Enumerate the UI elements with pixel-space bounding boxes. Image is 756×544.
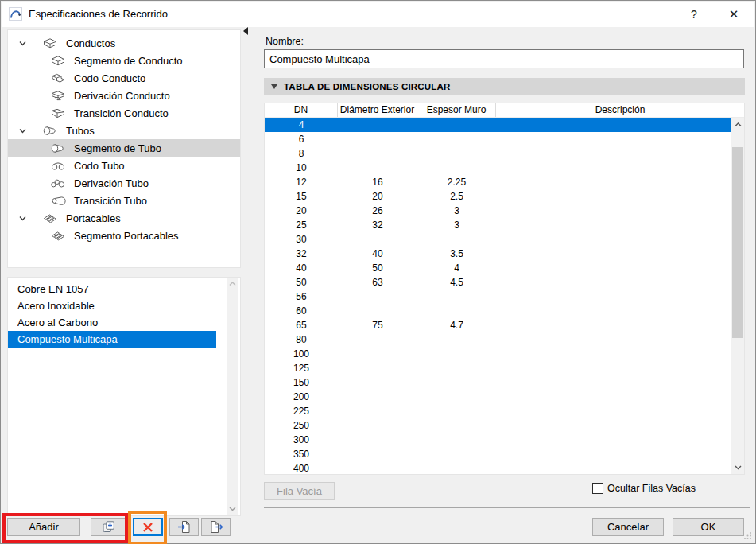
- cell-descripcion[interactable]: [496, 304, 744, 318]
- cell-descripcion[interactable]: [496, 247, 744, 261]
- table-row-dn-225[interactable]: 225: [265, 404, 744, 418]
- tree-item-derivacion-tubo[interactable]: Derivación Tubo: [8, 174, 240, 192]
- scroll-up-icon[interactable]: [227, 278, 238, 290]
- table-row-dn-80[interactable]: 80: [265, 332, 744, 347]
- table-row-dn-40[interactable]: 40504: [265, 261, 744, 275]
- table-row-dn-4[interactable]: 4: [265, 118, 744, 132]
- cell-descripcion[interactable]: [496, 161, 744, 175]
- table-row-dn-125[interactable]: 125: [265, 361, 744, 375]
- cell-espesor-muro[interactable]: [417, 132, 496, 146]
- cell-espesor-muro[interactable]: [417, 304, 496, 318]
- cell-diametro-exterior[interactable]: 20: [338, 189, 417, 204]
- cell-dn[interactable]: 32: [265, 247, 338, 261]
- table-row-dn-60[interactable]: 60: [265, 304, 744, 318]
- cell-diametro-exterior[interactable]: [338, 332, 417, 347]
- cell-espesor-muro[interactable]: [417, 461, 496, 475]
- cell-descripcion[interactable]: [496, 361, 744, 375]
- cell-descripcion[interactable]: [496, 189, 744, 204]
- cell-descripcion[interactable]: [496, 146, 744, 161]
- table-row-dn-150[interactable]: 150: [265, 375, 744, 390]
- tree-item-codo-conducto[interactable]: Codo Conducto: [8, 69, 240, 87]
- cell-dn[interactable]: 4: [265, 118, 338, 132]
- cell-dn[interactable]: 225: [265, 404, 338, 418]
- cell-espesor-muro[interactable]: [417, 390, 496, 404]
- table-row-dn-350[interactable]: 350: [265, 447, 744, 461]
- cell-dn[interactable]: 40: [265, 261, 338, 275]
- cell-espesor-muro[interactable]: [417, 404, 496, 418]
- cell-diametro-exterior[interactable]: [338, 146, 417, 161]
- cell-espesor-muro[interactable]: [417, 161, 496, 175]
- cell-diametro-exterior[interactable]: [338, 132, 417, 146]
- cell-dn[interactable]: 30: [265, 232, 338, 247]
- scroll-down-icon[interactable]: [227, 503, 238, 515]
- cell-dn[interactable]: 15: [265, 189, 338, 204]
- cell-espesor-muro[interactable]: [417, 232, 496, 247]
- cell-descripcion[interactable]: [496, 275, 744, 289]
- cell-descripcion[interactable]: [496, 404, 744, 418]
- table-row-dn-250[interactable]: 250: [265, 418, 744, 433]
- column-header-dn[interactable]: DN: [265, 103, 338, 117]
- cell-espesor-muro[interactable]: [417, 418, 496, 433]
- list-item-acero-al-carbono[interactable]: Acero al Carbono: [8, 314, 216, 331]
- cell-diametro-exterior[interactable]: [338, 161, 417, 175]
- cell-descripcion[interactable]: [496, 318, 744, 332]
- cell-diametro-exterior[interactable]: [338, 418, 417, 433]
- cell-diametro-exterior[interactable]: [338, 232, 417, 247]
- cell-dn[interactable]: 56: [265, 289, 338, 304]
- tree-item-segmento-portacables[interactable]: Segmento Portacables: [8, 227, 240, 244]
- cell-diametro-exterior[interactable]: [338, 361, 417, 375]
- hide-empty-rows-control[interactable]: Ocultar Filas Vacías: [592, 482, 696, 495]
- cell-dn[interactable]: 10: [265, 161, 338, 175]
- list-item-cobre-en-1057[interactable]: Cobre EN 1057: [8, 281, 216, 297]
- cell-dn[interactable]: 400: [265, 461, 338, 475]
- duplicate-button[interactable]: [91, 518, 126, 536]
- cell-descripcion[interactable]: [496, 461, 744, 475]
- cell-diametro-exterior[interactable]: 32: [338, 218, 417, 232]
- cell-diametro-exterior[interactable]: [338, 390, 417, 404]
- cell-dn[interactable]: 8: [265, 146, 338, 161]
- tree-item-portacables[interactable]: Portacables: [8, 209, 240, 227]
- cell-diametro-exterior[interactable]: [338, 304, 417, 318]
- cell-espesor-muro[interactable]: [417, 289, 496, 304]
- cell-diametro-exterior[interactable]: [338, 375, 417, 390]
- table-row-dn-10[interactable]: 10: [265, 161, 744, 175]
- cell-descripcion[interactable]: [496, 118, 744, 132]
- tree-item-segmento-de-tubo[interactable]: Segmento de Tubo: [8, 139, 240, 157]
- cell-descripcion[interactable]: [496, 204, 744, 218]
- cell-diametro-exterior[interactable]: [338, 461, 417, 475]
- table-scrollbar[interactable]: [731, 118, 744, 474]
- cell-diametro-exterior[interactable]: 40: [338, 247, 417, 261]
- cell-descripcion[interactable]: [496, 418, 744, 433]
- close-button[interactable]: ✕: [719, 2, 748, 27]
- tree-item-transicion-tubo[interactable]: Transición Tubo: [8, 192, 240, 209]
- cell-diametro-exterior[interactable]: [338, 404, 417, 418]
- table-row-dn-300[interactable]: 300: [265, 433, 744, 447]
- chevron-down-icon[interactable]: [18, 214, 28, 223]
- tree-item-transicion-conducto[interactable]: Transición Conducto: [8, 104, 240, 122]
- table-row-dn-15[interactable]: 15202.5: [265, 189, 744, 204]
- cell-descripcion[interactable]: [496, 390, 744, 404]
- cell-descripcion[interactable]: [496, 347, 744, 361]
- column-header-espesor-muro[interactable]: Espesor Muro: [417, 103, 496, 117]
- cell-espesor-muro[interactable]: [417, 146, 496, 161]
- tree-item-codo-tubo[interactable]: Codo Tubo: [8, 157, 240, 174]
- resize-grip[interactable]: [743, 531, 752, 540]
- chevron-down-icon[interactable]: [18, 39, 28, 48]
- cell-dn[interactable]: 150: [265, 375, 338, 390]
- cell-espesor-muro[interactable]: [417, 332, 496, 347]
- cell-espesor-muro[interactable]: 3: [417, 218, 496, 232]
- import-button[interactable]: [169, 518, 199, 536]
- cell-dn[interactable]: 12: [265, 175, 338, 189]
- column-header-descripcion[interactable]: Descripción: [496, 103, 744, 117]
- cell-descripcion[interactable]: [496, 132, 744, 146]
- table-row-dn-20[interactable]: 20263: [265, 204, 744, 218]
- cell-dn[interactable]: 20: [265, 204, 338, 218]
- cell-diametro-exterior[interactable]: [338, 347, 417, 361]
- specification-list-scrollbar[interactable]: [227, 278, 238, 515]
- cell-descripcion[interactable]: [496, 218, 744, 232]
- cell-espesor-muro[interactable]: [417, 447, 496, 461]
- cell-descripcion[interactable]: [496, 232, 744, 247]
- cell-espesor-muro[interactable]: 4: [417, 261, 496, 275]
- cell-diametro-exterior[interactable]: 50: [338, 261, 417, 275]
- export-button[interactable]: [201, 518, 231, 536]
